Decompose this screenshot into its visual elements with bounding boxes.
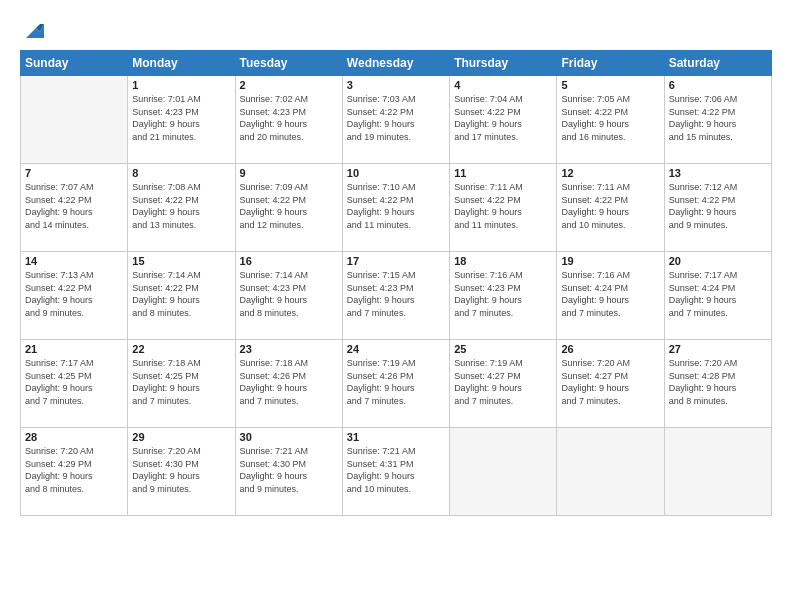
calendar-day-cell: 23Sunrise: 7:18 AM Sunset: 4:26 PM Dayli… [235,340,342,428]
calendar-day-cell: 18Sunrise: 7:16 AM Sunset: 4:23 PM Dayli… [450,252,557,340]
day-number: 1 [132,79,230,91]
day-info: Sunrise: 7:21 AM Sunset: 4:30 PM Dayligh… [240,445,338,495]
calendar-day-cell: 24Sunrise: 7:19 AM Sunset: 4:26 PM Dayli… [342,340,449,428]
day-info: Sunrise: 7:19 AM Sunset: 4:27 PM Dayligh… [454,357,552,407]
day-info: Sunrise: 7:17 AM Sunset: 4:25 PM Dayligh… [25,357,123,407]
calendar-day-cell: 19Sunrise: 7:16 AM Sunset: 4:24 PM Dayli… [557,252,664,340]
day-number: 4 [454,79,552,91]
day-number: 5 [561,79,659,91]
calendar-day-cell [557,428,664,516]
calendar-day-cell: 8Sunrise: 7:08 AM Sunset: 4:22 PM Daylig… [128,164,235,252]
day-number: 21 [25,343,123,355]
calendar-day-cell: 16Sunrise: 7:14 AM Sunset: 4:23 PM Dayli… [235,252,342,340]
day-number: 15 [132,255,230,267]
day-info: Sunrise: 7:02 AM Sunset: 4:23 PM Dayligh… [240,93,338,143]
calendar-day-cell: 27Sunrise: 7:20 AM Sunset: 4:28 PM Dayli… [664,340,771,428]
day-number: 31 [347,431,445,443]
day-of-week-header: Saturday [664,51,771,76]
day-number: 14 [25,255,123,267]
calendar-table: SundayMondayTuesdayWednesdayThursdayFrid… [20,50,772,516]
day-info: Sunrise: 7:20 AM Sunset: 4:29 PM Dayligh… [25,445,123,495]
day-info: Sunrise: 7:07 AM Sunset: 4:22 PM Dayligh… [25,181,123,231]
day-info: Sunrise: 7:11 AM Sunset: 4:22 PM Dayligh… [561,181,659,231]
calendar-day-cell: 17Sunrise: 7:15 AM Sunset: 4:23 PM Dayli… [342,252,449,340]
logo-icon [22,20,44,42]
calendar-week-row: 28Sunrise: 7:20 AM Sunset: 4:29 PM Dayli… [21,428,772,516]
day-number: 9 [240,167,338,179]
day-of-week-header: Sunday [21,51,128,76]
calendar-day-cell: 3Sunrise: 7:03 AM Sunset: 4:22 PM Daylig… [342,76,449,164]
calendar-day-cell: 30Sunrise: 7:21 AM Sunset: 4:30 PM Dayli… [235,428,342,516]
calendar-day-cell: 21Sunrise: 7:17 AM Sunset: 4:25 PM Dayli… [21,340,128,428]
day-number: 20 [669,255,767,267]
day-number: 18 [454,255,552,267]
calendar-day-cell: 31Sunrise: 7:21 AM Sunset: 4:31 PM Dayli… [342,428,449,516]
day-info: Sunrise: 7:11 AM Sunset: 4:22 PM Dayligh… [454,181,552,231]
calendar-day-cell: 1Sunrise: 7:01 AM Sunset: 4:23 PM Daylig… [128,76,235,164]
day-info: Sunrise: 7:09 AM Sunset: 4:22 PM Dayligh… [240,181,338,231]
calendar-day-cell: 6Sunrise: 7:06 AM Sunset: 4:22 PM Daylig… [664,76,771,164]
day-info: Sunrise: 7:08 AM Sunset: 4:22 PM Dayligh… [132,181,230,231]
calendar-header-row: SundayMondayTuesdayWednesdayThursdayFrid… [21,51,772,76]
day-number: 6 [669,79,767,91]
calendar-week-row: 7Sunrise: 7:07 AM Sunset: 4:22 PM Daylig… [21,164,772,252]
header [20,16,772,42]
day-number: 13 [669,167,767,179]
day-number: 24 [347,343,445,355]
calendar-week-row: 14Sunrise: 7:13 AM Sunset: 4:22 PM Dayli… [21,252,772,340]
day-info: Sunrise: 7:06 AM Sunset: 4:22 PM Dayligh… [669,93,767,143]
calendar-day-cell: 2Sunrise: 7:02 AM Sunset: 4:23 PM Daylig… [235,76,342,164]
calendar-day-cell: 20Sunrise: 7:17 AM Sunset: 4:24 PM Dayli… [664,252,771,340]
day-info: Sunrise: 7:14 AM Sunset: 4:22 PM Dayligh… [132,269,230,319]
calendar-day-cell: 12Sunrise: 7:11 AM Sunset: 4:22 PM Dayli… [557,164,664,252]
day-number: 23 [240,343,338,355]
calendar-day-cell: 26Sunrise: 7:20 AM Sunset: 4:27 PM Dayli… [557,340,664,428]
day-info: Sunrise: 7:16 AM Sunset: 4:23 PM Dayligh… [454,269,552,319]
calendar-day-cell: 11Sunrise: 7:11 AM Sunset: 4:22 PM Dayli… [450,164,557,252]
day-number: 10 [347,167,445,179]
day-number: 8 [132,167,230,179]
day-info: Sunrise: 7:20 AM Sunset: 4:27 PM Dayligh… [561,357,659,407]
calendar-day-cell [664,428,771,516]
day-info: Sunrise: 7:17 AM Sunset: 4:24 PM Dayligh… [669,269,767,319]
calendar-day-cell: 29Sunrise: 7:20 AM Sunset: 4:30 PM Dayli… [128,428,235,516]
day-info: Sunrise: 7:18 AM Sunset: 4:26 PM Dayligh… [240,357,338,407]
calendar-day-cell: 9Sunrise: 7:09 AM Sunset: 4:22 PM Daylig… [235,164,342,252]
day-number: 28 [25,431,123,443]
day-info: Sunrise: 7:18 AM Sunset: 4:25 PM Dayligh… [132,357,230,407]
day-info: Sunrise: 7:20 AM Sunset: 4:28 PM Dayligh… [669,357,767,407]
day-number: 30 [240,431,338,443]
day-info: Sunrise: 7:14 AM Sunset: 4:23 PM Dayligh… [240,269,338,319]
page: SundayMondayTuesdayWednesdayThursdayFrid… [0,0,792,612]
calendar-week-row: 1Sunrise: 7:01 AM Sunset: 4:23 PM Daylig… [21,76,772,164]
day-number: 19 [561,255,659,267]
day-info: Sunrise: 7:10 AM Sunset: 4:22 PM Dayligh… [347,181,445,231]
day-of-week-header: Thursday [450,51,557,76]
calendar-day-cell: 13Sunrise: 7:12 AM Sunset: 4:22 PM Dayli… [664,164,771,252]
calendar-day-cell: 25Sunrise: 7:19 AM Sunset: 4:27 PM Dayli… [450,340,557,428]
day-number: 27 [669,343,767,355]
day-info: Sunrise: 7:19 AM Sunset: 4:26 PM Dayligh… [347,357,445,407]
day-number: 17 [347,255,445,267]
day-number: 16 [240,255,338,267]
day-info: Sunrise: 7:01 AM Sunset: 4:23 PM Dayligh… [132,93,230,143]
calendar-week-row: 21Sunrise: 7:17 AM Sunset: 4:25 PM Dayli… [21,340,772,428]
logo [20,20,44,42]
day-info: Sunrise: 7:12 AM Sunset: 4:22 PM Dayligh… [669,181,767,231]
day-number: 3 [347,79,445,91]
calendar-day-cell: 5Sunrise: 7:05 AM Sunset: 4:22 PM Daylig… [557,76,664,164]
day-info: Sunrise: 7:04 AM Sunset: 4:22 PM Dayligh… [454,93,552,143]
calendar-day-cell [21,76,128,164]
day-number: 29 [132,431,230,443]
day-number: 11 [454,167,552,179]
calendar-day-cell: 10Sunrise: 7:10 AM Sunset: 4:22 PM Dayli… [342,164,449,252]
calendar-day-cell [450,428,557,516]
day-of-week-header: Monday [128,51,235,76]
day-of-week-header: Tuesday [235,51,342,76]
calendar-day-cell: 4Sunrise: 7:04 AM Sunset: 4:22 PM Daylig… [450,76,557,164]
calendar-day-cell: 28Sunrise: 7:20 AM Sunset: 4:29 PM Dayli… [21,428,128,516]
day-of-week-header: Wednesday [342,51,449,76]
day-info: Sunrise: 7:05 AM Sunset: 4:22 PM Dayligh… [561,93,659,143]
day-of-week-header: Friday [557,51,664,76]
calendar-day-cell: 7Sunrise: 7:07 AM Sunset: 4:22 PM Daylig… [21,164,128,252]
